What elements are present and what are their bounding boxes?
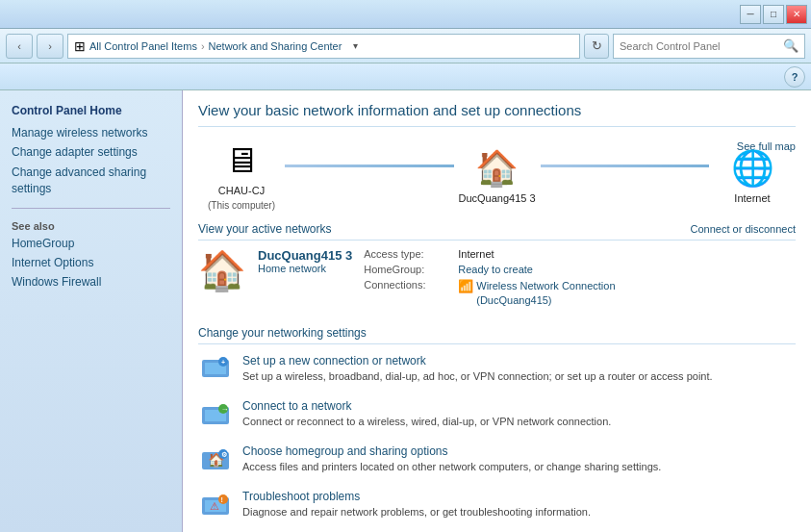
setting-desc-0: Set up a wireless, broadband, dial-up, a… — [242, 369, 713, 384]
sidebar-item-homegroup[interactable]: HomeGroup — [0, 234, 182, 253]
setting-item-0: + Set up a new connection or network Set… — [198, 354, 796, 388]
connect-network-icon: → — [200, 399, 231, 430]
see-also-label: See also — [0, 216, 182, 234]
search-input[interactable] — [620, 40, 779, 52]
page-title: View your basic network information and … — [198, 102, 796, 127]
sidebar-item-advanced[interactable]: Change advanced sharingsettings — [0, 162, 182, 200]
network-name: DucQuang415 3 — [258, 248, 352, 263]
setting-title-0[interactable]: Set up a new connection or network — [242, 354, 713, 367]
setting-item-2: 🏠 ⚙ Choose homegroup and sharing options… — [198, 444, 796, 478]
back-button[interactable]: ‹ — [6, 34, 33, 59]
router-icon: 🏠 — [475, 148, 519, 189]
setting-item-3: ⚠ ! Troubleshoot problems Diagnose and r… — [198, 490, 796, 523]
access-type-row: Access type: Internet — [364, 248, 796, 260]
node-router: 🏠 DucQuang415 3 — [454, 148, 541, 204]
sidebar: Control Panel Home Manage wireless netwo… — [0, 90, 183, 532]
change-settings-title: Change your networking settings — [198, 326, 796, 344]
active-networks-title: View your active networks — [198, 222, 332, 236]
close-button[interactable]: ✕ — [786, 5, 807, 24]
sidebar-divider — [12, 208, 170, 209]
refresh-button[interactable]: ↻ — [584, 34, 609, 59]
breadcrumb-home[interactable]: All Control Panel Items — [89, 40, 197, 52]
minimize-button[interactable]: ─ — [740, 5, 761, 24]
content-area: View your basic network information and … — [183, 90, 811, 532]
new-connection-icon: + — [200, 354, 231, 385]
setting-title-3[interactable]: Troubleshoot problems — [242, 490, 591, 503]
troubleshoot-icon: ⚠ ! — [200, 490, 231, 520]
setting-desc-2: Access files and printers located on oth… — [242, 460, 661, 474]
setting-item-1: → Connect to a network Connect or reconn… — [198, 399, 796, 433]
connections-row: Connections: 📶 Wireless Network Connecti… — [364, 279, 796, 309]
network-type[interactable]: Home network — [258, 263, 352, 274]
setting-title-1[interactable]: Connect to a network — [242, 399, 611, 413]
setting-text-3: Troubleshoot problems Diagnose and repai… — [242, 490, 591, 519]
breadcrumb-current[interactable]: Network and Sharing Center — [209, 40, 342, 52]
setting-text-0: Set up a new connection or network Set u… — [242, 354, 713, 384]
setting-text-2: Choose homegroup and sharing options Acc… — [242, 444, 661, 474]
network-line-1 — [285, 165, 454, 167]
forward-button[interactable]: › — [37, 34, 63, 59]
active-network-icon: 🏠 — [198, 248, 246, 293]
computer-label: CHAU-CJ — [218, 185, 265, 196]
sidebar-item-wireless[interactable]: Manage wireless networks — [0, 123, 182, 142]
homegroup-value[interactable]: Ready to create — [458, 264, 533, 275]
node-computer: 🖥 CHAU-CJ (This computer) — [198, 140, 285, 211]
breadcrumb: ⊞ All Control Panel Items › Network and … — [67, 34, 580, 59]
homegroup-label: HomeGroup: — [364, 264, 450, 275]
toolbar: ? — [0, 63, 811, 90]
connect-disconnect-link[interactable]: Connect or disconnect — [691, 223, 796, 235]
network-diagram: 🖥 CHAU-CJ (This computer) 🏠 DucQuang415 … — [198, 140, 796, 211]
sidebar-item-internet-options[interactable]: Internet Options — [0, 253, 182, 272]
active-networks-header: View your active networks Connect or dis… — [198, 222, 796, 241]
wifi-icon: 📶 — [458, 279, 473, 293]
title-bar: ─ □ ✕ — [0, 0, 811, 29]
network-info-right: Access type: Internet HomeGroup: Ready t… — [364, 248, 796, 313]
active-network: 🏠 DucQuang415 3 Home network Access type… — [198, 248, 796, 313]
setting-text-1: Connect to a network Connect or reconnec… — [242, 399, 611, 429]
network-line-2 — [541, 165, 710, 167]
homegroup-icon: 🏠 ⚙ — [200, 444, 231, 475]
computer-sublabel: (This computer) — [208, 200, 275, 211]
breadcrumb-icon: ⊞ — [74, 38, 86, 54]
sidebar-item-firewall[interactable]: Windows Firewall — [0, 272, 182, 291]
setting-desc-3: Diagnose and repair network problems, or… — [242, 505, 591, 519]
maximize-button[interactable]: □ — [763, 5, 784, 24]
computer-icon: 🖥 — [224, 140, 259, 181]
internet-label: Internet — [734, 192, 770, 204]
title-bar-buttons: ─ □ ✕ — [740, 5, 807, 24]
help-button[interactable]: ? — [784, 66, 805, 88]
sidebar-item-adapter[interactable]: Change adapter settings — [0, 142, 182, 162]
connections-label: Connections: — [364, 279, 450, 291]
address-bar: ‹ › ⊞ All Control Panel Items › Network … — [0, 29, 811, 63]
search-bar: 🔍 — [613, 34, 805, 59]
search-icon[interactable]: 🔍 — [783, 38, 798, 53]
breadcrumb-separator: › — [201, 40, 205, 52]
network-info-left: DucQuang415 3 Home network — [258, 248, 352, 274]
node-internet: 🌐 Internet — [709, 148, 796, 204]
sidebar-home[interactable]: Control Panel Home — [0, 100, 182, 123]
homegroup-row: HomeGroup: Ready to create — [364, 264, 796, 275]
svg-point-15 — [218, 494, 228, 504]
svg-text:→: → — [221, 405, 229, 414]
access-type-label: Access type: — [364, 248, 450, 260]
svg-text:+: + — [221, 359, 225, 366]
setting-desc-1: Connect or reconnect to a wireless, wire… — [242, 415, 611, 429]
connections-value[interactable]: Wireless Network Connection(DucQuang415) — [476, 279, 615, 309]
breadcrumb-dropdown[interactable]: ▾ — [345, 40, 365, 51]
access-type-value: Internet — [458, 248, 494, 260]
setting-title-2[interactable]: Choose homegroup and sharing options — [242, 444, 661, 458]
svg-text:!: ! — [221, 496, 223, 503]
internet-icon: 🌐 — [731, 148, 774, 189]
main-layout: Control Panel Home Manage wireless netwo… — [0, 90, 811, 532]
svg-text:⚙: ⚙ — [221, 451, 227, 458]
router-label: DucQuang415 3 — [458, 192, 535, 204]
svg-text:⚠: ⚠ — [210, 500, 219, 512]
